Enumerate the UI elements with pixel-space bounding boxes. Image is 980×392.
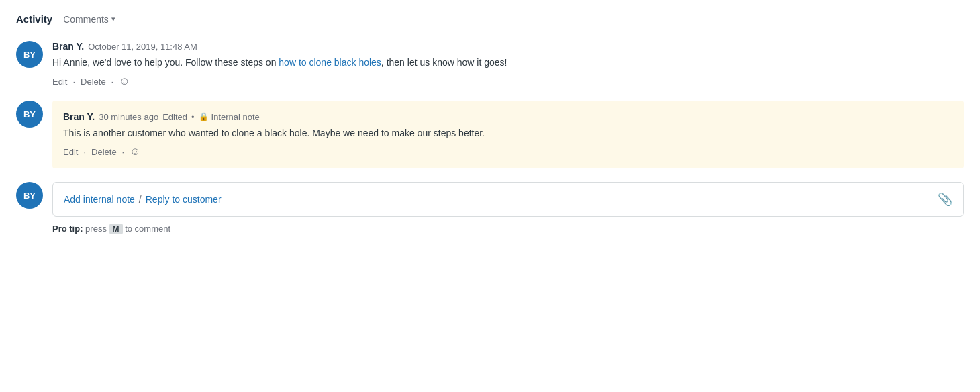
emoji-reaction-icon-1[interactable]: ☺ — [119, 75, 130, 87]
comment-entry-1: BY Bran Y. October 11, 2019, 11:48 AM Hi… — [16, 41, 964, 87]
comment-actions-1: Edit · Delete · ☺ — [52, 75, 964, 87]
internal-note-badge: 🔒 Internal note — [199, 112, 260, 122]
edit-action-1[interactable]: Edit — [52, 77, 67, 87]
pro-tip-bold: Pro tip: — [52, 224, 83, 234]
delete-action-1[interactable]: Delete — [81, 77, 106, 87]
timestamp-2: 30 minutes ago — [99, 112, 158, 122]
dot-4: · — [83, 147, 86, 157]
comment-link-1[interactable]: how to clone black holes — [279, 57, 381, 68]
pro-tip: Pro tip: press M to comment — [52, 224, 964, 234]
comment-meta-1: Bran Y. October 11, 2019, 11:48 AM — [52, 41, 964, 52]
reply-to-customer-button[interactable]: Reply to customer — [146, 194, 222, 205]
dot-1: · — [72, 77, 75, 87]
delete-action-2[interactable]: Delete — [91, 147, 117, 157]
dot-5: · — [122, 147, 125, 157]
reply-box-wrapper: BY Add internal note / Reply to customer… — [16, 182, 964, 217]
comment-text-before-link: Hi Annie, we'd love to help you. Follow … — [52, 57, 279, 68]
comment-text-1: Hi Annie, we'd love to help you. Follow … — [52, 56, 964, 70]
comment-actions-2: Edit · Delete · ☺ — [63, 146, 953, 158]
dot-2: · — [111, 77, 114, 87]
comments-label: Comments — [63, 14, 109, 25]
internal-note-label: Internal note — [211, 112, 260, 122]
edited-badge: Edited — [162, 112, 187, 122]
comment-text-after-link: , then let us know how it goes! — [381, 57, 507, 68]
comment-text-2: This is another customer who wanted to c… — [63, 126, 953, 140]
dot-3: • — [191, 112, 195, 122]
chevron-down-icon: ▾ — [111, 15, 115, 23]
attachment-icon[interactable]: 📎 — [938, 192, 952, 207]
activity-header: Activity Comments ▾ — [16, 13, 964, 25]
add-internal-note-button[interactable]: Add internal note — [64, 194, 135, 205]
emoji-reaction-icon-2[interactable]: ☺ — [130, 146, 140, 158]
comment-meta-2: Bran Y. 30 minutes ago Edited • 🔒 Intern… — [63, 111, 953, 122]
pro-tip-text-after: to comment — [123, 224, 171, 234]
avatar-1: BY — [16, 41, 43, 68]
comment-entry-2: BY Bran Y. 30 minutes ago Edited • 🔒 Int… — [16, 101, 964, 168]
comment-body-1: Bran Y. October 11, 2019, 11:48 AM Hi An… — [52, 41, 964, 87]
reply-box-actions: Add internal note / Reply to customer — [64, 194, 222, 205]
timestamp-1: October 11, 2019, 11:48 AM — [88, 42, 197, 52]
author-name-1: Bran Y. — [52, 41, 84, 52]
keyboard-shortcut-key: M — [109, 224, 123, 234]
lock-icon: 🔒 — [199, 112, 209, 121]
comments-dropdown[interactable]: Comments ▾ — [63, 14, 115, 25]
activity-title: Activity — [16, 13, 52, 25]
internal-note-container: Bran Y. 30 minutes ago Edited • 🔒 Intern… — [52, 101, 964, 168]
edit-action-2[interactable]: Edit — [63, 147, 78, 157]
reply-box[interactable]: Add internal note / Reply to customer 📎 — [52, 182, 964, 217]
pro-tip-text-before: press — [83, 224, 109, 234]
slash-separator: / — [139, 194, 142, 205]
avatar-2: BY — [16, 101, 43, 128]
reply-avatar: BY — [16, 182, 43, 209]
author-name-2: Bran Y. — [63, 111, 95, 122]
